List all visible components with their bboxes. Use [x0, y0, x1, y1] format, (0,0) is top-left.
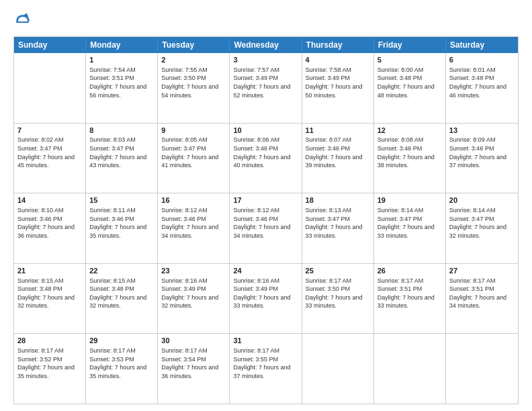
- cell-info: Sunrise: 8:10 AM Sunset: 3:46 PM Dayligh…: [17, 206, 82, 240]
- day-number: 28: [17, 336, 82, 346]
- cell-info: Sunrise: 8:17 AM Sunset: 3:50 PM Dayligh…: [306, 277, 370, 310]
- cell-info: Sunrise: 8:17 AM Sunset: 3:53 PM Dayligh…: [89, 347, 154, 380]
- calendar-cell: 23Sunrise: 8:16 AM Sunset: 3:49 PM Dayli…: [158, 264, 230, 334]
- cell-info: Sunrise: 8:17 AM Sunset: 3:54 PM Dayligh…: [161, 347, 226, 380]
- calendar-cell: 3Sunrise: 7:57 AM Sunset: 3:49 PM Daylig…: [230, 53, 302, 123]
- cell-info: Sunrise: 8:17 AM Sunset: 3:55 PM Dayligh…: [233, 347, 298, 380]
- calendar-cell: 15Sunrise: 8:11 AM Sunset: 3:46 PM Dayli…: [86, 193, 158, 263]
- day-number: 2: [161, 55, 226, 65]
- calendar-cell: 6Sunrise: 8:01 AM Sunset: 3:48 PM Daylig…: [446, 53, 518, 123]
- calendar-cell: 4Sunrise: 7:58 AM Sunset: 3:49 PM Daylig…: [302, 53, 374, 123]
- calendar-cell: 1Sunrise: 7:54 AM Sunset: 3:51 PM Daylig…: [86, 53, 158, 123]
- day-number: 3: [233, 55, 298, 65]
- day-number: 9: [161, 126, 226, 136]
- calendar-cell: 12Sunrise: 8:08 AM Sunset: 3:46 PM Dayli…: [374, 124, 446, 193]
- cell-info: Sunrise: 8:08 AM Sunset: 3:46 PM Dayligh…: [378, 136, 442, 169]
- calendar-cell: 16Sunrise: 8:12 AM Sunset: 3:46 PM Dayli…: [158, 193, 230, 263]
- cell-info: Sunrise: 8:05 AM Sunset: 3:47 PM Dayligh…: [161, 136, 226, 169]
- calendar-body: 1Sunrise: 7:54 AM Sunset: 3:51 PM Daylig…: [14, 53, 518, 404]
- calendar-cell: 30Sunrise: 8:17 AM Sunset: 3:54 PM Dayli…: [158, 334, 230, 404]
- svg-rect-0: [16, 21, 28, 23]
- cell-info: Sunrise: 8:17 AM Sunset: 3:51 PM Dayligh…: [449, 277, 515, 310]
- calendar-cell: 11Sunrise: 8:07 AM Sunset: 3:46 PM Dayli…: [302, 124, 374, 193]
- calendar-header-cell: Saturday: [446, 37, 518, 53]
- cell-info: Sunrise: 8:02 AM Sunset: 3:47 PM Dayligh…: [17, 136, 82, 169]
- calendar-cell: 8Sunrise: 8:03 AM Sunset: 3:47 PM Daylig…: [86, 124, 158, 193]
- day-number: 21: [17, 266, 82, 276]
- calendar-cell: 24Sunrise: 8:16 AM Sunset: 3:49 PM Dayli…: [230, 264, 302, 334]
- day-number: 16: [161, 195, 226, 205]
- calendar-row: 14Sunrise: 8:10 AM Sunset: 3:46 PM Dayli…: [14, 193, 518, 264]
- day-number: 1: [89, 55, 154, 65]
- day-number: 22: [89, 266, 154, 276]
- day-number: 15: [89, 195, 154, 205]
- calendar-header-cell: Wednesday: [230, 37, 302, 53]
- day-number: 23: [161, 266, 226, 276]
- day-number: 26: [378, 266, 442, 276]
- cell-info: Sunrise: 8:14 AM Sunset: 3:47 PM Dayligh…: [378, 206, 442, 240]
- calendar-header-cell: Tuesday: [158, 37, 230, 53]
- cell-info: Sunrise: 8:03 AM Sunset: 3:47 PM Dayligh…: [89, 136, 154, 169]
- calendar-cell: 5Sunrise: 8:00 AM Sunset: 3:48 PM Daylig…: [374, 53, 446, 123]
- cell-info: Sunrise: 8:16 AM Sunset: 3:49 PM Dayligh…: [233, 277, 298, 310]
- day-number: 20: [449, 195, 515, 205]
- day-number: 6: [449, 55, 515, 65]
- logo: [13, 12, 35, 31]
- cell-info: Sunrise: 8:00 AM Sunset: 3:48 PM Dayligh…: [378, 66, 442, 99]
- day-number: 7: [17, 126, 82, 136]
- day-number: 25: [306, 266, 370, 276]
- calendar-cell: 21Sunrise: 8:15 AM Sunset: 3:48 PM Dayli…: [14, 264, 86, 334]
- day-number: 31: [233, 336, 298, 346]
- header: [13, 12, 519, 31]
- calendar-cell: 25Sunrise: 8:17 AM Sunset: 3:50 PM Dayli…: [302, 264, 374, 334]
- calendar-cell: 13Sunrise: 8:09 AM Sunset: 3:46 PM Dayli…: [446, 124, 518, 193]
- calendar-cell: [14, 53, 86, 123]
- cell-info: Sunrise: 8:01 AM Sunset: 3:48 PM Dayligh…: [449, 66, 515, 99]
- page: SundayMondayTuesdayWednesdayThursdayFrid…: [0, 0, 532, 411]
- cell-info: Sunrise: 7:55 AM Sunset: 3:50 PM Dayligh…: [161, 66, 226, 99]
- cell-info: Sunrise: 8:09 AM Sunset: 3:46 PM Dayligh…: [449, 136, 515, 169]
- day-number: 14: [17, 195, 82, 205]
- day-number: 17: [233, 195, 298, 205]
- cell-info: Sunrise: 7:57 AM Sunset: 3:49 PM Dayligh…: [233, 66, 298, 99]
- day-number: 13: [449, 126, 515, 136]
- day-number: 27: [449, 266, 515, 276]
- cell-info: Sunrise: 8:12 AM Sunset: 3:46 PM Dayligh…: [161, 206, 226, 240]
- calendar-cell: 14Sunrise: 8:10 AM Sunset: 3:46 PM Dayli…: [14, 193, 86, 263]
- calendar-cell: 28Sunrise: 8:17 AM Sunset: 3:52 PM Dayli…: [14, 334, 86, 404]
- cell-info: Sunrise: 8:15 AM Sunset: 3:48 PM Dayligh…: [17, 277, 82, 310]
- day-number: 24: [233, 266, 298, 276]
- cell-info: Sunrise: 8:13 AM Sunset: 3:47 PM Dayligh…: [306, 206, 370, 240]
- cell-info: Sunrise: 8:17 AM Sunset: 3:52 PM Dayligh…: [17, 347, 82, 380]
- calendar-row: 1Sunrise: 7:54 AM Sunset: 3:51 PM Daylig…: [14, 53, 518, 124]
- calendar-header-cell: Thursday: [302, 37, 374, 53]
- calendar-cell: [374, 334, 446, 404]
- calendar-cell: [302, 334, 374, 404]
- day-number: 4: [306, 55, 370, 65]
- calendar-header-row: SundayMondayTuesdayWednesdayThursdayFrid…: [14, 37, 518, 53]
- day-number: 29: [89, 336, 154, 346]
- logo-icon: [13, 12, 32, 31]
- calendar-cell: 22Sunrise: 8:15 AM Sunset: 3:48 PM Dayli…: [86, 264, 158, 334]
- calendar-cell: 18Sunrise: 8:13 AM Sunset: 3:47 PM Dayli…: [302, 193, 374, 263]
- calendar-cell: 26Sunrise: 8:17 AM Sunset: 3:51 PM Dayli…: [374, 264, 446, 334]
- cell-info: Sunrise: 8:17 AM Sunset: 3:51 PM Dayligh…: [378, 277, 442, 310]
- calendar-row: 28Sunrise: 8:17 AM Sunset: 3:52 PM Dayli…: [14, 334, 518, 404]
- calendar-cell: 7Sunrise: 8:02 AM Sunset: 3:47 PM Daylig…: [14, 124, 86, 193]
- cell-info: Sunrise: 8:06 AM Sunset: 3:46 PM Dayligh…: [233, 136, 298, 169]
- calendar-cell: 19Sunrise: 8:14 AM Sunset: 3:47 PM Dayli…: [374, 193, 446, 263]
- cell-info: Sunrise: 8:14 AM Sunset: 3:47 PM Dayligh…: [449, 206, 515, 240]
- calendar-cell: 9Sunrise: 8:05 AM Sunset: 3:47 PM Daylig…: [158, 124, 230, 193]
- calendar-row: 7Sunrise: 8:02 AM Sunset: 3:47 PM Daylig…: [14, 124, 518, 194]
- day-number: 8: [89, 126, 154, 136]
- day-number: 5: [378, 55, 442, 65]
- calendar-cell: 2Sunrise: 7:55 AM Sunset: 3:50 PM Daylig…: [158, 53, 230, 123]
- calendar: SundayMondayTuesdayWednesdayThursdayFrid…: [13, 36, 519, 404]
- calendar-header-cell: Friday: [374, 37, 446, 53]
- cell-info: Sunrise: 8:16 AM Sunset: 3:49 PM Dayligh…: [161, 277, 226, 310]
- calendar-cell: [446, 334, 518, 404]
- cell-info: Sunrise: 8:11 AM Sunset: 3:46 PM Dayligh…: [89, 206, 154, 240]
- calendar-row: 21Sunrise: 8:15 AM Sunset: 3:48 PM Dayli…: [14, 264, 518, 334]
- cell-info: Sunrise: 8:12 AM Sunset: 3:46 PM Dayligh…: [233, 206, 298, 240]
- calendar-cell: 20Sunrise: 8:14 AM Sunset: 3:47 PM Dayli…: [446, 193, 518, 263]
